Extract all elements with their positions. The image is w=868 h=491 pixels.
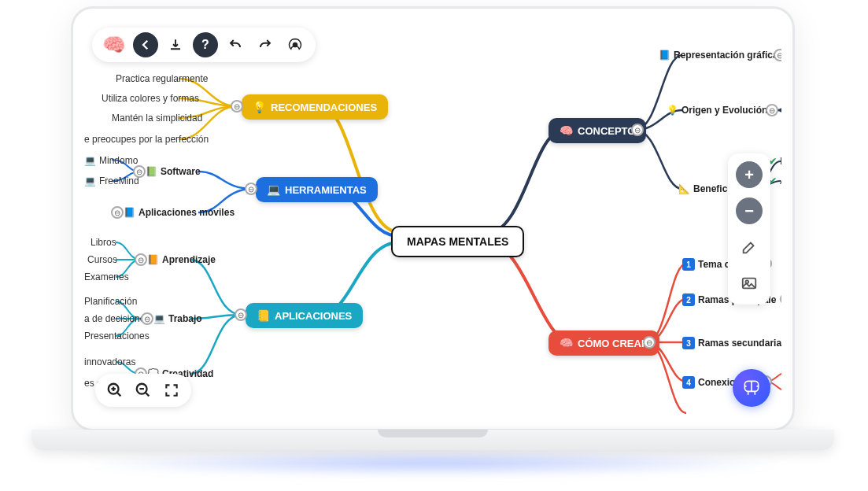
book-icon: 📘 <box>124 207 135 218</box>
leaf[interactable]: Presentaciones <box>84 330 150 341</box>
leaf[interactable]: Mantén la simplicidad <box>112 113 202 124</box>
collapse-toggle[interactable]: ⊖ <box>133 165 146 178</box>
sub-trabajo[interactable]: 💻 Trabajo <box>153 313 202 324</box>
collapse-toggle[interactable]: ⊖ <box>631 124 644 136</box>
sub-repr[interactable]: 📘 Representación gráfica <box>659 50 778 61</box>
edit-button[interactable] <box>736 234 763 260</box>
leaf[interactable]: Libros <box>90 237 116 248</box>
brain-icon: 🧠 <box>560 337 573 349</box>
collapse-toggle[interactable]: ⊖ <box>235 308 247 321</box>
leaf[interactable]: 💻 FreeMind <box>84 175 139 186</box>
collapse-toggle[interactable]: ⊖ <box>643 336 656 349</box>
collapse-toggle[interactable]: ⊖ <box>766 104 778 116</box>
undo-button[interactable] <box>223 32 248 57</box>
lightbulb-icon: 💡 <box>667 105 678 116</box>
branch-recomendaciones[interactable]: 💡 RECOMENDACIONES <box>242 94 388 120</box>
book-icon: 📘 <box>659 50 670 61</box>
book-icon: 📗 <box>146 166 157 177</box>
branch-label: RECOMENDACIONES <box>271 102 377 113</box>
image-button[interactable] <box>736 270 763 297</box>
number-icon: 3 <box>682 337 695 349</box>
triangle-icon: 📐 <box>678 183 690 194</box>
central-label: MAPAS MENTALES <box>407 235 508 248</box>
mindmap-canvas[interactable]: MAPAS MENTALES 💡 RECOMENDACIONES ⊖ Pract… <box>84 20 781 418</box>
brain-icon: 🧠 <box>560 124 573 137</box>
collapse-toggle[interactable]: ⊖ <box>141 312 153 325</box>
help-button[interactable]: ? <box>193 32 218 57</box>
sub-ramas-secundarias[interactable]: 3 Ramas secundarias <box>682 337 781 349</box>
collapse-toggle[interactable]: ⊖ <box>774 49 781 61</box>
leaf[interactable]: a de decisiones <box>84 313 150 324</box>
back-button[interactable] <box>133 32 158 57</box>
leaf[interactable]: Examenes <box>84 271 129 282</box>
book-icon: 📙 <box>147 254 159 265</box>
zoom-out-button[interactable] <box>133 380 153 401</box>
branch-aplicaciones[interactable]: 📒 APLICACIONES <box>246 303 363 328</box>
laptop-notch <box>378 430 488 437</box>
download-button[interactable] <box>163 32 188 57</box>
zoom-controls <box>95 374 191 407</box>
collapse-toggle[interactable]: ⊖ <box>245 183 257 195</box>
sub-software[interactable]: 📗 Software <box>146 166 201 177</box>
lightbulb-icon: 💡 <box>253 101 266 113</box>
collapse-toggle[interactable]: ⊖ <box>111 206 124 219</box>
branch-herramientas[interactable]: 💻 HERRAMIENTAS <box>256 177 378 202</box>
branch-label: HERRAMIENTAS <box>285 184 367 196</box>
app-logo: 🧠 <box>100 31 128 59</box>
collapse-toggle[interactable]: ⊖ <box>231 100 243 113</box>
branch-label: APLICACIONES <box>275 310 352 322</box>
redo-button[interactable] <box>253 32 278 57</box>
top-toolbar: 🧠 ? <box>92 28 316 62</box>
leaf[interactable]: Practica regularmente <box>116 73 208 84</box>
leaf[interactable]: innovadoras <box>84 356 135 367</box>
number-icon: 2 <box>682 293 695 306</box>
leaf[interactable]: 💻 Mindomo <box>84 155 138 166</box>
sub-apps[interactable]: 📘 Aplicaciones móviles <box>124 207 235 218</box>
leaf[interactable]: Aprendiza <box>769 175 781 186</box>
branch-label: CONCEPTO <box>578 125 635 137</box>
laptop-icon: 💻 <box>267 183 280 196</box>
ai-assistant-button[interactable] <box>733 369 770 407</box>
number-icon: 1 <box>682 258 695 271</box>
laptop-icon: 💻 <box>153 313 165 324</box>
collapse-toggle[interactable]: ⊖ <box>135 253 147 266</box>
leaf[interactable]: Utiliza colores y formas <box>102 93 199 104</box>
branch-label: CÓMO CREAR <box>578 338 648 349</box>
zoom-in-button[interactable] <box>105 380 125 401</box>
sub-origen[interactable]: 💡 Origen y Evolución <box>667 105 767 116</box>
fullscreen-button[interactable] <box>161 380 182 401</box>
zoom-minus-button[interactable]: − <box>736 198 763 224</box>
leaf[interactable]: Planificación <box>84 296 137 307</box>
leaf[interactable]: e preocupes por la perfección <box>84 134 209 145</box>
sub-aprendizaje[interactable]: 📙 Aprendizaje <box>147 254 216 265</box>
leaf[interactable]: Mejora de <box>769 156 781 167</box>
notebook-icon: 📒 <box>257 309 270 322</box>
leaf[interactable]: Cursos <box>87 254 117 265</box>
zoom-plus-button[interactable]: + <box>736 161 763 188</box>
central-node[interactable]: MAPAS MENTALES <box>391 226 524 257</box>
theme-button[interactable] <box>283 32 308 57</box>
side-panel: + − <box>728 153 770 305</box>
number-icon: 4 <box>682 376 695 389</box>
